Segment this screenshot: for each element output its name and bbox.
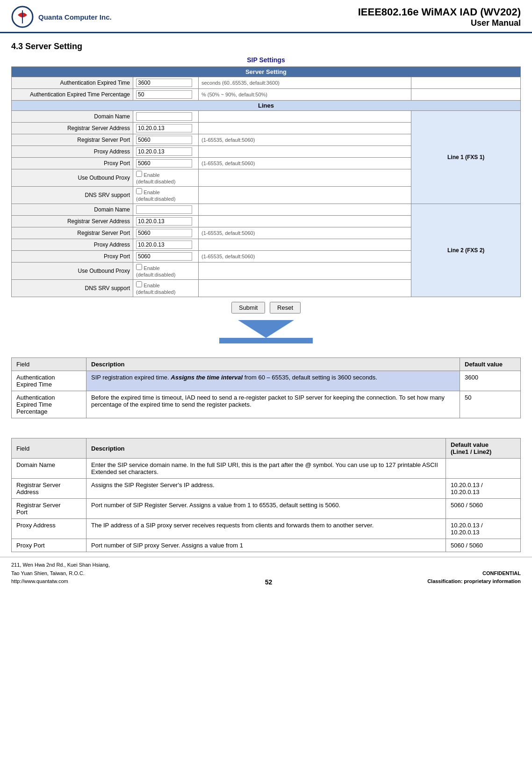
form-buttons: Submit Reset [11, 297, 521, 318]
footer-address-line3: http://www.quantatw.com [11, 577, 110, 586]
line2-outbound-label: Use Outbound Proxy [12, 263, 133, 280]
desc2-domain-desc: Enter the SIP service domain name. In th… [86, 459, 446, 479]
table-row: Domain Name Line 1 (FXS 1) [12, 111, 521, 123]
desc-table1: Field Description Default value Authenti… [11, 357, 521, 418]
desc1-row2-desc: Before the expired time is timeout, IAD … [86, 391, 460, 418]
desc-table2-wrap: Field Description Default value(Line1 / … [0, 438, 532, 552]
line2-proxy-port-input[interactable] [136, 252, 192, 261]
desc1-row2-default: 50 [460, 391, 521, 418]
list-item: AuthenticationExpired Time SIP registrat… [12, 371, 521, 391]
list-item: AuthenticationExpired TimePercentage Bef… [12, 391, 521, 418]
desc2-proxy-addr-desc: The IP address of a SIP proxy server rec… [86, 519, 446, 539]
footer-address: 211, Wen Hwa 2nd Rd., Kuei Shan Hsiang, … [11, 561, 110, 586]
desc2-field-header: Field [12, 438, 86, 459]
line1-outbound-hint: Enable (default:disabled) [136, 172, 175, 184]
classification-sub: Classification: proprietary information [427, 577, 521, 586]
page-footer: 211, Wen Hwa 2nd Rd., Kuei Shan Hsiang, … [0, 557, 532, 590]
line1-label: Line 1 (FXS 1) [411, 111, 521, 204]
desc1-row2-field: AuthenticationExpired TimePercentage [12, 391, 86, 418]
auth-expired-pct-input[interactable] [136, 90, 192, 99]
main-title: IEEE802.16e WiMAX IAD (WV202) [358, 6, 521, 18]
submit-button[interactable]: Submit [231, 302, 265, 314]
line1-proxy-port-label: Proxy Port [12, 158, 133, 169]
list-item: Domain Name Enter the SIP service domain… [12, 459, 521, 479]
line1-registrar-addr-input[interactable] [136, 124, 192, 132]
auth-expired-pct-hint: % (50% ~ 90%, default:50%) [199, 89, 411, 101]
line2-registrar-port-label: Registrar Server Port [12, 227, 133, 239]
desc2-proxy-port-default: 5060 / 5060 [446, 539, 521, 552]
desc-table2: Field Description Default value(Line1 / … [11, 438, 521, 552]
footer-address-line2: Tao Yuan Shien, Taiwan, R.O.C. [11, 569, 110, 578]
desc-table1-wrap: Field Description Default value Authenti… [0, 357, 532, 418]
line1-outbound-checkbox[interactable] [136, 171, 142, 177]
confidential-label: CONFIDENTIAL [427, 569, 521, 578]
sip-settings-table: Server Setting Authentication Expired Ti… [11, 66, 521, 297]
line2-dns-hint: Enable (default:disabled) [136, 283, 175, 295]
line1-proxy-port-input[interactable] [136, 159, 192, 168]
desc1-row1-desc: SIP registration expired time. Assigns t… [86, 371, 460, 391]
line2-dns-checkbox[interactable] [136, 281, 142, 287]
line2-proxy-addr-input[interactable] [136, 241, 192, 249]
auth-expired-time-input[interactable] [136, 79, 192, 87]
desc2-default-header: Default value(Line1 / Line2) [446, 438, 521, 459]
company-name: Quanta Computer Inc. [38, 13, 112, 21]
line2-dns-label: DNS SRV support [12, 280, 133, 297]
document-title: IEEE802.16e WiMAX IAD (WV202) User Manua… [358, 6, 521, 28]
desc2-registrar-port-default: 5060 / 5060 [446, 499, 521, 519]
desc1-desc-header: Description [86, 358, 460, 371]
logo-area: Quanta Computer Inc. [11, 6, 112, 28]
line1-registrar-port-label: Registrar Server Port [12, 134, 133, 146]
line2-label: Line 2 (FXS 2) [411, 204, 521, 297]
page-header: Quanta Computer Inc. IEEE802.16e WiMAX I… [0, 0, 532, 33]
line2-proxy-port-label: Proxy Port [12, 251, 133, 263]
line1-registrar-addr-label: Registrar Server Address [12, 123, 133, 134]
desc2-domain-field: Domain Name [12, 459, 86, 479]
desc2-proxy-port-field: Proxy Port [12, 539, 86, 552]
list-item: Registrar ServerPort Port number of SIP … [12, 499, 521, 519]
footer-address-line1: 211, Wen Hwa 2nd Rd., Kuei Shan Hsiang, [11, 561, 110, 569]
desc2-registrar-addr-desc: Assigns the SIP Register Server's IP add… [86, 479, 446, 499]
list-item: Proxy Port Port number of SIP proxy Serv… [12, 539, 521, 552]
line2-registrar-port-hint: (1-65535, default:5060) [199, 227, 411, 239]
line1-proxy-port-hint: (1-65535, default:5060) [199, 158, 411, 169]
line2-registrar-addr-label: Registrar Server Address [12, 216, 133, 227]
reset-button[interactable]: Reset [270, 302, 301, 314]
desc2-proxy-addr-default: 10.20.0.13 /10.20.0.13 [446, 519, 521, 539]
lines-header: Lines [12, 101, 521, 111]
footer-classification: CONFIDENTIAL Classification: proprietary… [427, 569, 521, 586]
desc2-registrar-addr-default: 10.20.0.13 /10.20.0.13 [446, 479, 521, 499]
line2-domain-label: Domain Name [12, 204, 133, 216]
line1-proxy-addr-label: Proxy Address [12, 146, 133, 158]
sip-heading: SIP Settings [11, 56, 521, 64]
section-title: 4.3 Server Setting [0, 33, 532, 56]
desc1-row1-field: AuthenticationExpired Time [12, 371, 86, 391]
line2-outbound-hint: Enable (default:disabled) [136, 265, 175, 277]
desc1-default-header: Default value [460, 358, 521, 371]
list-item: Registrar ServerAddress Assigns the SIP … [12, 479, 521, 499]
table-row: Authentication Expired Time seconds (60.… [12, 77, 521, 89]
line1-domain-input[interactable] [136, 112, 192, 121]
line1-domain-label: Domain Name [12, 111, 133, 123]
desc1-row1-default: 3600 [460, 371, 521, 391]
table-row: Authentication Expired Time Percentage %… [12, 89, 521, 101]
desc2-desc-header: Description [86, 438, 446, 459]
auth-expired-pct-label: Authentication Expired Time Percentage [12, 89, 133, 101]
line2-proxy-addr-label: Proxy Address [12, 239, 133, 251]
server-setting-header: Server Setting [12, 67, 521, 77]
auth-expired-time-label: Authentication Expired Time [12, 77, 133, 89]
line2-registrar-addr-input[interactable] [136, 217, 192, 226]
sub-title: User Manual [358, 18, 521, 28]
sip-settings-section: SIP Settings Server Setting Authenticati… [0, 56, 532, 318]
desc2-registrar-addr-field: Registrar ServerAddress [12, 479, 86, 499]
line2-registrar-port-input[interactable] [136, 229, 192, 237]
line1-registrar-port-hint: (1-65535, default:5060) [199, 134, 411, 146]
list-item: Proxy Address The IP address of a SIP pr… [12, 519, 521, 539]
auth-expired-time-cell [133, 77, 199, 89]
auth-expired-pct-cell [133, 89, 199, 101]
line2-outbound-checkbox[interactable] [136, 264, 142, 270]
line2-domain-input[interactable] [136, 205, 192, 214]
line1-registrar-port-input[interactable] [136, 136, 192, 144]
line1-proxy-addr-input[interactable] [136, 147, 192, 156]
line1-dns-checkbox[interactable] [136, 188, 142, 194]
blue-decoration [0, 320, 532, 343]
